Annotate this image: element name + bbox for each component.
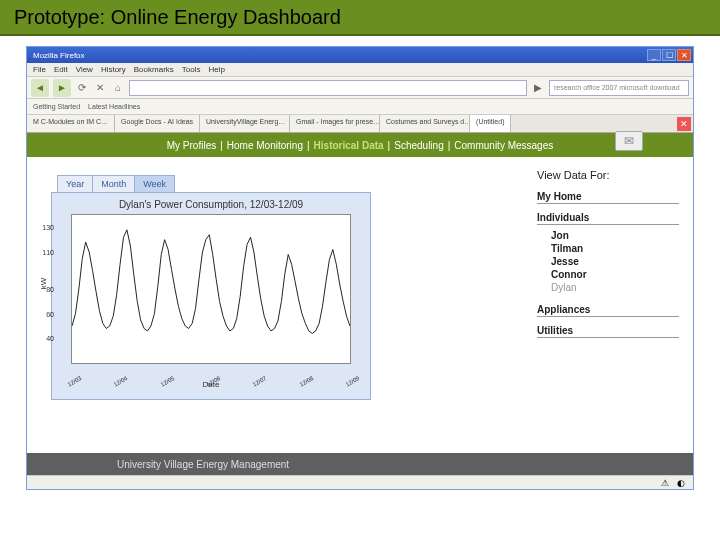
browser-window: Mozilla Firefox _ ☐ ✕ File Edit View His… (26, 46, 694, 490)
browser-window-title: Mozilla Firefox (29, 51, 85, 60)
browser-toolbar: ◄ ► ⟳ ✕ ⌂ ▶ research office 2007 microso… (27, 77, 693, 99)
browser-titlebar: Mozilla Firefox _ ☐ ✕ (27, 47, 693, 63)
nav-home-monitoring[interactable]: Home Monitoring (227, 140, 303, 151)
person-tilman[interactable]: Tilman (551, 242, 679, 255)
stop-button[interactable]: ✕ (93, 81, 107, 95)
menu-help[interactable]: Help (208, 65, 224, 74)
person-jon[interactable]: Jon (551, 229, 679, 242)
tab-0[interactable]: M C-Modules on IM C… (27, 115, 115, 132)
slide-title-bar: Prototype: Online Energy Dashboard (0, 0, 720, 36)
page-body: Year Month Week Dylan's Power Consumptio… (27, 157, 693, 453)
sidebar-section-utilities[interactable]: Utilities (537, 325, 679, 338)
bookmarks-bar: Getting Started Latest Headlines (27, 99, 693, 115)
chart-title: Dylan's Power Consumption, 12/03-12/09 (60, 199, 362, 210)
sidebar-section-individuals: Individuals (537, 212, 679, 225)
nav-scheduling[interactable]: Scheduling (394, 140, 443, 151)
sidebar-section-my-home[interactable]: My Home (537, 191, 679, 204)
slide-title: Prototype: Online Energy Dashboard (0, 0, 720, 35)
time-tab-year[interactable]: Year (57, 175, 93, 192)
site-nav-bar: My Profiles| Home Monitoring| Historical… (27, 133, 693, 157)
window-maximize-button[interactable]: ☐ (662, 49, 676, 61)
address-bar[interactable] (129, 80, 527, 96)
person-dylan[interactable]: Dylan (551, 281, 679, 294)
site-footer: University Village Energy Management (27, 453, 693, 475)
menu-history[interactable]: History (101, 65, 126, 74)
time-tab-month[interactable]: Month (92, 175, 135, 192)
person-jesse[interactable]: Jesse (551, 255, 679, 268)
messages-envelope-icon[interactable]: ✉ (615, 131, 643, 151)
menu-tools[interactable]: Tools (182, 65, 201, 74)
forward-icon: ► (57, 82, 67, 93)
tab-close-button[interactable]: ✕ (677, 117, 691, 131)
status-info-icon: ◐ (677, 478, 687, 488)
tab-4[interactable]: Costumes and Surveys d… (380, 115, 470, 132)
menu-edit[interactable]: Edit (54, 65, 68, 74)
sidebar-header: View Data For: (537, 169, 679, 181)
window-close-button[interactable]: ✕ (677, 49, 691, 61)
status-warning-icon: ⚠ (661, 478, 671, 488)
home-button[interactable]: ⌂ (111, 81, 125, 95)
window-minimize-button[interactable]: _ (647, 49, 661, 61)
nav-my-profiles[interactable]: My Profiles (167, 140, 216, 151)
reload-button[interactable]: ⟳ (75, 81, 89, 95)
time-tab-week[interactable]: Week (134, 175, 175, 192)
tab-5[interactable]: (Untitled) (470, 115, 511, 132)
back-icon: ◄ (35, 82, 45, 93)
forward-button[interactable]: ► (53, 79, 71, 97)
browser-status-bar: ⚠ ◐ (27, 475, 693, 489)
tab-1[interactable]: Google Docs - AI Ideas (115, 115, 200, 132)
go-button[interactable]: ▶ (531, 81, 545, 95)
tab-2[interactable]: UniversityVillage Energ… (200, 115, 290, 132)
back-button[interactable]: ◄ (31, 79, 49, 97)
browser-tabs: M C-Modules on IM C… Google Docs - AI Id… (27, 115, 693, 133)
menu-file[interactable]: File (33, 65, 46, 74)
menu-bookmarks[interactable]: Bookmarks (134, 65, 174, 74)
footer-text: University Village Energy Management (117, 459, 289, 470)
browser-search-input[interactable]: research office 2007 microsoft download (549, 80, 689, 96)
browser-menubar: File Edit View History Bookmarks Tools H… (27, 63, 693, 77)
nav-historical-data[interactable]: Historical Data (314, 140, 384, 151)
tab-3[interactable]: Gmail - Images for prese… (290, 115, 380, 132)
menu-view[interactable]: View (76, 65, 93, 74)
individuals-list: Jon Tilman Jesse Connor Dylan (537, 227, 679, 296)
sidebar-section-appliances[interactable]: Appliances (537, 304, 679, 317)
nav-community-messages[interactable]: Community Messages (454, 140, 553, 151)
chart-area: Year Month Week Dylan's Power Consumptio… (27, 157, 533, 453)
bookmark-latest-headlines[interactable]: Latest Headlines (86, 103, 142, 110)
bookmark-getting-started[interactable]: Getting Started (31, 103, 82, 110)
time-range-tabs: Year Month Week (57, 175, 521, 192)
line-chart: kW 406080110130 12/0312/0412/0512/0612/0… (71, 214, 351, 364)
sidebar: View Data For: My Home Individuals Jon T… (533, 157, 693, 453)
person-connor[interactable]: Connor (551, 268, 679, 281)
chart-card: Dylan's Power Consumption, 12/03-12/09 k… (51, 192, 371, 400)
